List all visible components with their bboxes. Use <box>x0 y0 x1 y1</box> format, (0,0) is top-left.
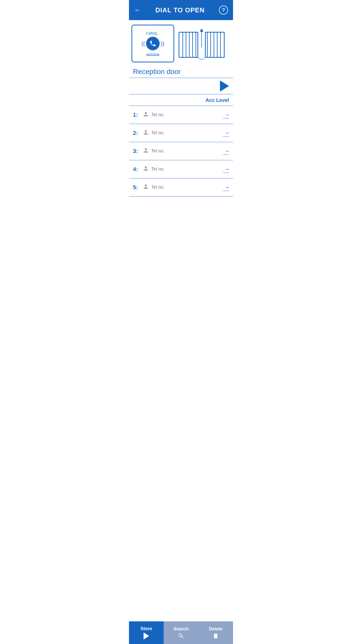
phone-home-button <box>147 54 159 56</box>
phone-illustration: Calling... (( )) <box>131 25 174 62</box>
send-arrow-icon <box>220 80 229 92</box>
svg-line-15 <box>202 57 205 60</box>
minus-button-4[interactable]: – <box>223 166 229 173</box>
door-name-section: Reception door <box>129 64 233 78</box>
contact-number-1: 1: <box>133 112 143 118</box>
contacts-list: 1: – 2: – 3: – 4: <box>129 106 233 196</box>
contact-person-icon-1 <box>143 111 149 118</box>
tel-input-4[interactable] <box>151 167 223 172</box>
tel-input-2[interactable] <box>151 130 223 136</box>
svg-line-14 <box>198 57 202 60</box>
illustration-area: Calling... (( )) <box>129 20 233 64</box>
minus-button-5[interactable]: – <box>223 184 229 191</box>
send-button[interactable] <box>220 80 229 92</box>
door-name: Reception door <box>133 68 229 76</box>
contact-number-2: 2: <box>133 130 143 136</box>
contact-row-2: 2: – <box>129 124 233 142</box>
wave-right-icon: )) <box>161 40 164 47</box>
contact-row-3: 3: – <box>129 142 233 160</box>
contact-person-icon-3 <box>143 148 149 155</box>
minus-button-2[interactable]: – <box>223 130 229 137</box>
page-title: DIAL TO OPEN <box>155 6 205 14</box>
tel-input-1[interactable] <box>151 112 223 117</box>
contact-number-3: 3: <box>133 148 143 154</box>
gate-illustration <box>174 27 229 60</box>
contact-person-icon-2 <box>143 130 149 137</box>
minus-button-3[interactable]: – <box>223 148 229 155</box>
phone-circle-icon <box>146 37 160 50</box>
tel-input-3[interactable] <box>151 148 223 154</box>
wave-left-icon: (( <box>141 40 145 47</box>
gate-svg <box>174 27 229 60</box>
calling-text: Calling... <box>146 31 160 35</box>
tel-input-5[interactable] <box>151 185 223 190</box>
app-header: ← DIAL TO OPEN ? <box>129 0 233 20</box>
acc-level-label: Acc Level <box>206 97 229 103</box>
minus-button-1[interactable]: – <box>223 111 229 118</box>
svg-rect-0 <box>179 32 198 57</box>
contact-row-4: 4: – <box>129 160 233 178</box>
svg-rect-6 <box>205 32 224 57</box>
contact-row-1: 1: – <box>129 106 233 124</box>
contact-person-icon-5 <box>143 184 149 191</box>
contact-number-4: 4: <box>133 166 143 173</box>
send-row <box>129 78 233 94</box>
svg-marker-12 <box>200 28 203 32</box>
help-button[interactable]: ? <box>219 6 228 15</box>
contact-number-5: 5: <box>133 184 143 191</box>
phone-icon-container: (( )) <box>141 37 164 50</box>
phone-icon <box>149 40 156 47</box>
acc-level-row: Acc Level <box>129 94 233 106</box>
contact-person-icon-4 <box>143 166 149 173</box>
back-button[interactable]: ← <box>134 6 141 14</box>
contact-row-5: 5: – <box>129 178 233 196</box>
